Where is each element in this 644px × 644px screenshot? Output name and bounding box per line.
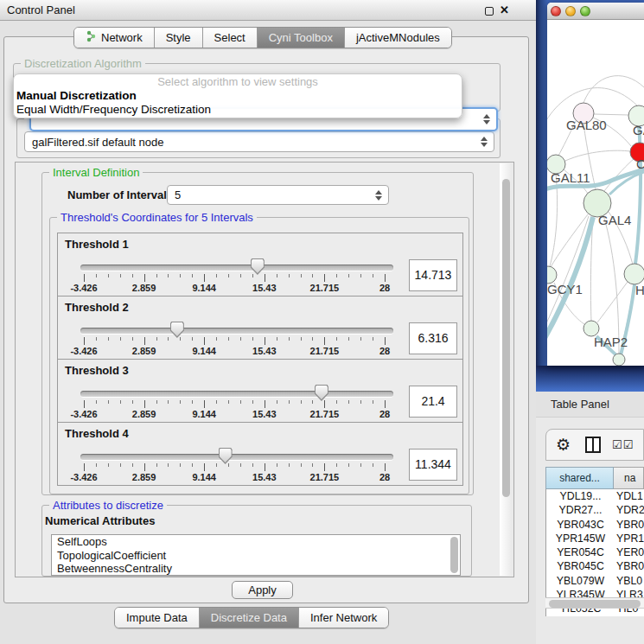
slider-tick [120,463,121,467]
tick-label: 2.859 [132,409,156,419]
settings-scrollbar-thumb[interactable] [502,179,510,497]
table-row[interactable]: YER054CYER0 [546,545,644,559]
number-of-intervals-combo[interactable]: 5 [167,185,389,205]
table-row[interactable]: YDR27...YDR2 [546,503,644,517]
column-header-shared[interactable]: shared... [545,467,614,489]
slider-track[interactable] [80,454,393,460]
slider-track[interactable] [80,391,393,397]
slider-tick [168,400,169,404]
numerical-attributes-heading: Numerical Attributes [45,514,155,527]
threshold-value-field[interactable]: 11.344 [409,449,457,481]
gear-icon[interactable]: ⚙ [556,437,571,453]
slider-tick [373,400,373,404]
table-row[interactable]: YPR145WYPR1 [546,532,644,545]
threshold-slider[interactable]: -3.4262.8599.14415.4321.71528 [80,385,393,421]
table-cell[interactable]: YBL0 [615,574,644,588]
threshold-slider[interactable]: -3.4262.8599.14415.4321.71528 [80,322,393,358]
slider-tick [252,274,253,277]
slider-tick [277,463,277,467]
table-cell[interactable]: YBR045C [546,559,615,573]
close-icon[interactable]: ✕ [500,3,509,18]
threshold-value-field[interactable]: 21.4 [409,386,457,418]
table-row[interactable]: YDL19...YDL1 [546,489,644,503]
table-cell[interactable]: YDR2 [615,503,644,517]
table-cell[interactable]: YPR145W [546,532,615,545]
tick-label: 28 [379,283,390,293]
network-node[interactable] [613,354,625,366]
slider-tick [204,337,205,345]
table-row[interactable]: YBL079WYBL0 [546,574,644,588]
table-cell[interactable]: YDL1 [615,489,644,503]
bottom-tab-discretize-data[interactable]: Discretize Data [200,608,299,628]
float-window-icon[interactable] [485,7,494,16]
h-scrollbar-track[interactable] [545,597,644,609]
traffic-zoom-icon[interactable] [580,6,590,16]
slider-thumb[interactable] [219,448,233,464]
slider-tick [240,400,241,404]
network-window-titlebar[interactable] [547,3,644,20]
algorithm-dropdown-popup: Select algorithm to view settings Manual… [13,73,462,118]
traffic-minimize-icon[interactable] [565,6,576,16]
traffic-close-icon[interactable] [551,6,561,16]
apply-button[interactable]: Apply [232,581,293,599]
table-data-combo[interactable]: galFiltered.sif default node [24,131,494,152]
threshold-slider[interactable]: -3.4262.8599.14415.4321.71528 [80,448,393,484]
slider-tick [204,463,205,471]
attribute-item[interactable]: SelfLoops [52,535,460,549]
tab-network[interactable]: Network [74,28,155,48]
table-header-row: shared... na [545,467,644,489]
slider-thumb[interactable] [170,322,184,338]
slider-track[interactable] [80,265,393,271]
tab-select[interactable]: Select [203,28,258,48]
select-columns-icon[interactable]: ☑☑ [612,438,634,451]
h-scrollbar-thumb[interactable] [549,600,641,608]
tab-label: jActiveMNodules [356,31,440,44]
network-node[interactable] [624,264,644,284]
tick-label: 21.715 [310,346,340,356]
table-cell[interactable]: YPR1 [615,532,644,545]
settings-scrollbar-track[interactable] [500,163,513,576]
slider-tick [156,400,157,404]
slider-track[interactable] [80,328,393,334]
table-row[interactable]: YBR045CYBR0 [546,559,644,573]
node-label: GCY1 [547,282,583,296]
slider-thumb[interactable] [315,385,328,401]
table-row[interactable]: YBR043CYBR0 [546,518,644,532]
threshold-value-field[interactable]: 6.316 [409,322,457,354]
tick-label: -3.426 [70,472,97,482]
network-canvas[interactable]: GAL80GACGAL11GAL4GCY1HHAP2 [547,20,644,366]
table-cell[interactable]: YDR27... [546,503,615,517]
tick-label: 15.43 [252,409,277,419]
slider-tick [180,337,181,341]
tab-cyni-toolbox[interactable]: Cyni Toolbox [258,28,345,48]
tab-style[interactable]: Style [155,28,203,48]
threshold-slider[interactable]: -3.4262.8599.14415.4321.71528 [80,258,393,295]
slider-tick [132,463,133,467]
table-cell[interactable]: YBR043C [546,518,615,532]
table-cell[interactable]: YBL079W [546,574,615,588]
attribute-item[interactable]: BetweennessCentrality [52,562,460,576]
table-cell[interactable]: YER0 [615,545,644,559]
popup-option[interactable]: Manual Discretization [14,89,462,103]
table-cell[interactable]: YDL19... [546,489,615,503]
table-toolbar: ⚙ ☑☑ [545,429,644,461]
popup-option[interactable]: Equal Width/Frequency Discretization [14,103,462,117]
attribute-item[interactable]: TopologicalCoefficient [52,549,460,563]
network-window[interactable]: GAL80GACGAL11GAL4GCY1HHAP2 [547,3,644,366]
network-node[interactable] [547,266,557,284]
bottom-tab-infer-network[interactable]: Infer Network [299,608,388,628]
slider-tick [192,463,193,467]
list-scrollbar-thumb[interactable] [450,537,458,573]
column-header-name[interactable]: na [614,467,644,489]
bottom-tab-impute-data[interactable]: Impute Data [115,608,200,628]
columns-icon[interactable] [585,437,601,453]
slider-tick [168,463,169,467]
slider-thumb[interactable] [251,258,265,275]
table-cell[interactable]: YBR0 [615,518,644,532]
tab-jactivemnodules[interactable]: jActiveMNodules [345,28,451,48]
table-cell[interactable]: YER054C [546,545,615,559]
table-cell[interactable]: YBR0 [615,559,644,573]
attributes-list[interactable]: SelfLoopsTopologicalCoefficientBetweenne… [51,534,461,576]
threshold-value-field[interactable]: 14.713 [409,259,457,291]
slider-tick [348,274,349,277]
